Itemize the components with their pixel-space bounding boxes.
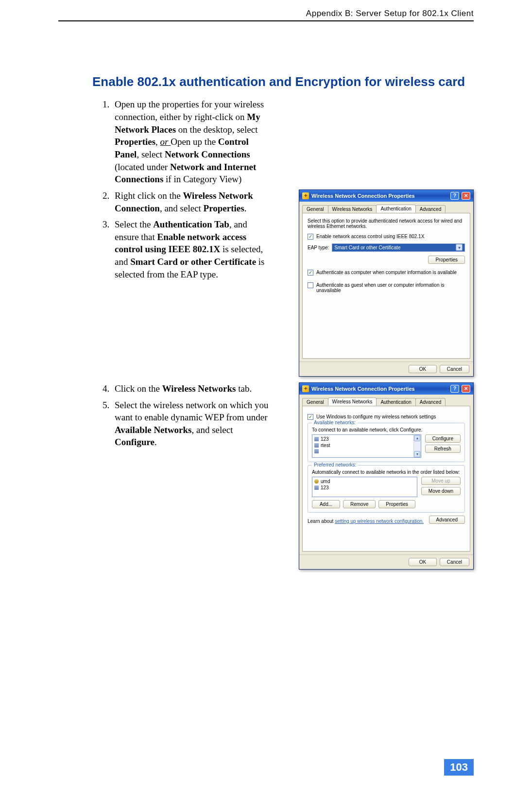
chevron-down-icon: ▾ [456,244,463,251]
wireless-titlebar[interactable]: ✦ Wireless Network Connection Properties… [299,383,473,395]
list-item[interactable]: 123 [314,485,415,491]
auth-title: Wireless Network Connection Properties [311,193,415,199]
advanced-button[interactable]: Advanced [429,516,465,524]
chk-enable-8021x[interactable]: ✓ Enable network access control using IE… [308,234,465,240]
step-5: Select the wireless network on which you… [112,399,272,449]
page-number: 103 [444,759,474,776]
wireless-panel: ✓ Use Windows to configure my wireless n… [302,406,470,552]
available-list[interactable]: 123 rtest ▴ ▾ [312,434,421,458]
tab-wireless[interactable]: Wireless Networks [328,398,377,406]
row-steps-2-3: Right click on the Wireless Network Conn… [92,190,474,377]
steps-list-3: Click on the Wireless Networks tab. Sele… [92,382,272,449]
network-icon [314,437,319,441]
available-desc: To connect to an available network, clic… [312,427,461,433]
list-item[interactable]: umd [314,478,415,485]
help-button[interactable]: ? [450,192,459,200]
checkbox-icon [308,282,313,288]
scroll-up-icon[interactable]: ▴ [414,435,420,441]
list-item[interactable]: 123 [314,436,412,442]
tab-authentication[interactable]: Authentication [376,205,415,213]
movedown-button[interactable]: Move down [421,487,461,495]
eap-type-select[interactable]: Smart Card or other Certificate ▾ [332,243,465,252]
step-4: Click on the Wireless Networks tab. [112,382,272,395]
scrollbar[interactable]: ▴ ▾ [413,435,421,457]
tab-advanced[interactable]: Advanced [415,398,446,406]
header-rule [58,20,474,21]
learn-link[interactable]: setting up wireless network configuratio… [335,519,424,524]
wireless-footer: OK Cancel [299,554,473,569]
checkbox-icon: ✓ [308,270,313,276]
window-icon: ✦ [302,385,309,392]
content-area: Enable 802.1x authentication and Encrypt… [92,73,474,570]
auth-desc: Select this option to provide authentica… [308,218,465,229]
checkbox-icon: ✓ [308,414,313,420]
wireless-dialog: ✦ Wireless Network Connection Properties… [299,382,474,570]
step-2: Right click on the Wireless Network Conn… [112,190,272,214]
eap-row: EAP type: Smart Card or other Certificat… [308,243,465,252]
chk-auth-guest[interactable]: Authenticate as guest when user or compu… [308,282,465,293]
auth-tabs: General Wireless Networks Authentication… [299,202,473,213]
remove-button[interactable]: Remove [343,500,376,508]
available-legend: Available networks: [312,420,358,425]
tab-authentication[interactable]: Authentication [376,398,415,406]
network-icon [314,443,319,448]
steps-list-2: Right click on the Wireless Network Conn… [92,190,272,280]
learn-text: Learn about setting up wireless network … [308,519,425,524]
tab-general[interactable]: General [302,205,328,213]
chk-use-windows[interactable]: ✓ Use Windows to configure my wireless n… [308,414,465,420]
chk-auth-computer[interactable]: ✓ Authenticate as computer when computer… [308,270,465,276]
properties-button[interactable]: Properties [428,256,465,264]
scroll-down-icon[interactable]: ▾ [414,451,420,457]
ok-button[interactable]: OK [409,558,437,566]
ok-button[interactable]: OK [409,365,437,373]
refresh-button[interactable]: Refresh [425,445,461,453]
row-steps-4-5: Click on the Wireless Networks tab. Sele… [92,382,474,570]
tab-general[interactable]: General [302,398,328,406]
preferred-group: Preferred networks: Automatically connec… [308,465,465,513]
page-header: Appendix B: Server Setup for 802.1x Clie… [306,9,474,18]
tab-wireless[interactable]: Wireless Networks [328,205,377,213]
auth-titlebar[interactable]: ✦ Wireless Network Connection Properties… [299,190,473,202]
network-icon [314,449,319,453]
list-item[interactable]: rtest [314,442,412,449]
configure-button[interactable]: Configure [425,434,461,443]
help-button[interactable]: ? [450,385,459,393]
step-3: Select the Authentication Tab, and ensur… [112,218,272,280]
section-title: Enable 802.1x authentication and Encrypt… [92,73,474,90]
moveup-button[interactable]: Move up [421,477,461,485]
preferred-desc: Automatically connect to available netwo… [312,469,461,475]
cancel-button[interactable]: Cancel [440,365,469,373]
eap-label: EAP type: [308,245,329,250]
preferred-list[interactable]: umd 123 [312,477,417,497]
list-item[interactable] [314,449,412,454]
properties-button[interactable]: Properties [378,500,415,508]
row-step1: Open up the properties for your wireless… [92,98,474,189]
cancel-button[interactable]: Cancel [440,558,469,566]
auth-panel: Select this option to provide authentica… [302,213,470,359]
add-button[interactable]: Add... [312,500,340,508]
available-group: Available networks: To connect to an ava… [308,423,465,462]
window-icon: ✦ [302,192,309,199]
network-icon [314,479,319,484]
preferred-legend: Preferred networks: [312,462,358,467]
steps-list-1: Open up the properties for your wireless… [92,98,272,185]
auth-dialog: ✦ Wireless Network Connection Properties… [299,190,474,377]
step-1: Open up the properties for your wireless… [112,98,272,185]
network-icon [314,485,319,490]
auth-footer: OK Cancel [299,362,473,376]
tab-advanced[interactable]: Advanced [415,205,446,213]
close-button[interactable]: ✕ [462,385,470,393]
wireless-tabs: General Wireless Networks Authentication… [299,395,473,406]
close-button[interactable]: ✕ [462,192,470,200]
wireless-title: Wireless Network Connection Properties [311,386,415,392]
checkbox-icon: ✓ [308,234,313,240]
